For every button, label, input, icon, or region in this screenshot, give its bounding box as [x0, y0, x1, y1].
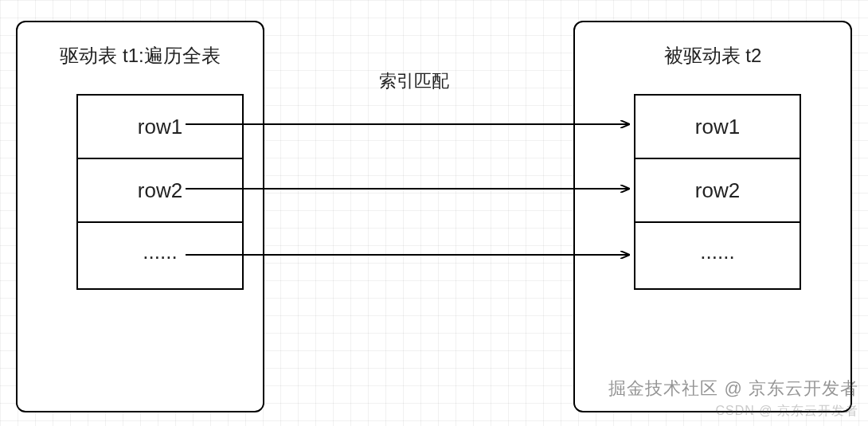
arrow-label: 索引匹配: [379, 69, 449, 93]
watermark-primary: 掘金技术社区 @ 京东云开发者: [608, 377, 858, 401]
driven-table: row1 row2 ······: [634, 94, 801, 290]
table-row: row2: [635, 159, 800, 223]
table-row: row1: [78, 96, 242, 159]
table-row: row2: [78, 159, 242, 223]
driver-table: row1 row2 ······: [76, 94, 244, 290]
watermark-secondary: CSDN @ 京东云开发者: [716, 403, 858, 420]
driver-table-box: 驱动表 t1:遍历全表 row1 row2 ······: [16, 21, 264, 412]
table-row: ······: [78, 223, 242, 290]
driven-table-box: 被驱动表 t2 row1 row2 ······: [573, 21, 852, 412]
driver-table-title: 驱动表 t1:遍历全表: [18, 22, 263, 68]
driven-table-title: 被驱动表 t2: [575, 22, 850, 68]
table-row: ······: [635, 223, 800, 290]
table-row: row1: [635, 96, 800, 159]
diagram-canvas: 驱动表 t1:遍历全表 row1 row2 ······ 被驱动表 t2 row…: [0, 0, 868, 426]
